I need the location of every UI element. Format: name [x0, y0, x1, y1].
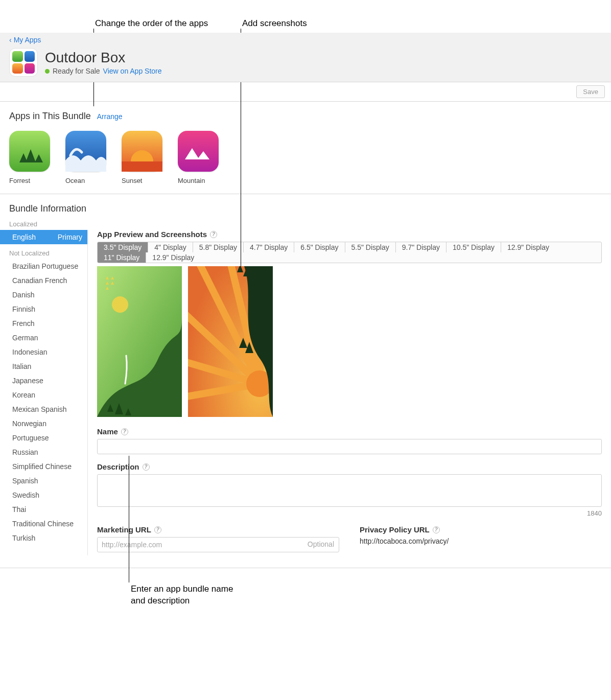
- bundle-composite-icon: [9, 48, 38, 77]
- bundle-app-sunset[interactable]: Sunset: [122, 131, 162, 184]
- annotation-reorder: Change the order of the apps: [95, 18, 208, 29]
- language-primary-badge: Primary: [58, 233, 82, 241]
- description-char-counter: 1840: [97, 509, 602, 517]
- display-size-tabs: 3.5" Display4" Display5.8" Display4.7" D…: [97, 242, 602, 263]
- language-item[interactable]: Canadian French: [0, 273, 87, 288]
- display-size-tab[interactable]: 9.7" Display: [396, 242, 447, 252]
- svg-rect-0: [9, 131, 50, 172]
- back-my-apps-link[interactable]: ‹ My Apps: [9, 33, 41, 48]
- display-size-tab[interactable]: 4.7" Display: [244, 242, 294, 252]
- bundle-app-ocean[interactable]: Ocean: [65, 131, 106, 184]
- language-item[interactable]: Finnish: [0, 302, 87, 316]
- app-icon-ocean: [65, 131, 106, 172]
- bundle-header-row: Outdoor Box Ready for Sale View on App S…: [9, 48, 602, 77]
- language-item[interactable]: Indonesian: [0, 345, 87, 359]
- status-text: Ready for Sale: [53, 67, 100, 75]
- help-icon[interactable]: ?: [433, 526, 440, 533]
- language-item[interactable]: Russian: [0, 445, 87, 459]
- name-input[interactable]: [97, 439, 602, 454]
- arrange-link[interactable]: Arrange: [97, 112, 123, 121]
- language-item[interactable]: Italian: [0, 359, 87, 374]
- screenshot-1[interactable]: [97, 266, 182, 417]
- language-item[interactable]: Spanish: [0, 474, 87, 488]
- bundle-app-mountain[interactable]: Mountain: [178, 131, 219, 184]
- bundle-info-body: English Primary Not Localized Brazilian …: [0, 230, 611, 555]
- app-icon-forrest: [9, 131, 50, 172]
- language-item[interactable]: Portuguese: [0, 431, 87, 445]
- annotation-addshots: Add screenshots: [242, 18, 307, 29]
- marketing-url-label: Marketing URL: [97, 525, 151, 534]
- mini-icon-mountain: [25, 63, 35, 74]
- language-sidebar: English Primary Not Localized Brazilian …: [0, 230, 88, 555]
- display-size-tab[interactable]: 5.5" Display: [345, 242, 396, 252]
- app-icon-mountain: [178, 131, 219, 172]
- header-band: ‹ My Apps Outdoor Box Ready for Sale Vie…: [0, 33, 611, 82]
- privacy-url-label: Privacy Policy URL: [360, 525, 430, 534]
- help-icon[interactable]: ?: [210, 231, 217, 238]
- mini-icon-sunset: [12, 63, 23, 74]
- app-label: Sunset: [122, 177, 162, 184]
- language-label: English: [12, 233, 36, 241]
- language-item[interactable]: Traditional Chinese: [0, 517, 87, 531]
- language-item[interactable]: Turkish: [0, 531, 87, 545]
- page-title: Outdoor Box: [45, 50, 162, 66]
- apps-section-title: Apps in This Bundle: [9, 111, 91, 122]
- display-size-tab[interactable]: 10.5" Display: [447, 242, 501, 252]
- language-list: Brazilian PortugueseCanadian FrenchDanis…: [0, 259, 87, 545]
- bundle-info-title: Bundle Information: [0, 194, 611, 217]
- svg-rect-5: [178, 131, 219, 172]
- description-textarea[interactable]: [97, 474, 602, 507]
- svg-point-7: [112, 296, 128, 313]
- display-size-tab[interactable]: 4" Display: [148, 242, 193, 252]
- privacy-url-value: http://tocaboca.com/privacy/: [360, 537, 602, 545]
- language-item[interactable]: Simplified Chinese: [0, 459, 87, 474]
- annotation-line-bundle-name: [129, 456, 129, 582]
- display-size-tab[interactable]: 12.9" Display: [146, 252, 200, 263]
- mini-icon-ocean: [25, 51, 35, 62]
- language-item[interactable]: German: [0, 331, 87, 345]
- language-item[interactable]: Norwegian: [0, 416, 87, 431]
- language-item[interactable]: Swedish: [0, 488, 87, 502]
- app-icon-sunset: [122, 131, 162, 172]
- svg-rect-4: [122, 161, 162, 172]
- app-label: Forrest: [9, 177, 50, 184]
- chevron-left-icon: ‹: [9, 36, 12, 44]
- display-size-tab[interactable]: 11" Display: [98, 252, 146, 263]
- marketing-url-input[interactable]: [97, 537, 339, 552]
- screenshot-2[interactable]: [188, 266, 273, 417]
- language-item[interactable]: French: [0, 316, 87, 331]
- preview-label: App Preview and Screenshots: [97, 230, 207, 239]
- save-bar: Save: [0, 82, 611, 102]
- description-label: Description: [97, 462, 139, 471]
- help-icon[interactable]: ?: [121, 428, 128, 435]
- optional-label: Optional: [308, 540, 334, 548]
- language-item[interactable]: Thai: [0, 502, 87, 517]
- language-item[interactable]: Japanese: [0, 374, 87, 388]
- apps-in-bundle-section: Apps in This Bundle Arrange Forrest Ocea…: [0, 102, 611, 194]
- language-item-english[interactable]: English Primary: [0, 230, 87, 244]
- display-size-tab[interactable]: 12.9" Display: [501, 242, 555, 252]
- language-item[interactable]: Mexican Spanish: [0, 402, 87, 416]
- bundle-form: App Preview and Screenshots ? 3.5" Displ…: [88, 230, 611, 555]
- display-size-tab[interactable]: 3.5" Display: [98, 242, 148, 252]
- language-item[interactable]: Danish: [0, 288, 87, 302]
- app-label: Mountain: [178, 177, 219, 184]
- screenshots-row[interactable]: [97, 266, 602, 417]
- bundle-app-forrest[interactable]: Forrest: [9, 131, 50, 184]
- language-item[interactable]: Brazilian Portuguese: [0, 259, 87, 273]
- language-item[interactable]: Korean: [0, 388, 87, 402]
- display-size-tab[interactable]: 6.5" Display: [294, 242, 345, 252]
- name-label: Name: [97, 427, 118, 436]
- annotation-enter-name: Enter an app bundle name and description: [131, 584, 611, 607]
- display-size-tab[interactable]: 5.8" Display: [193, 242, 244, 252]
- help-icon[interactable]: ?: [143, 463, 150, 471]
- not-localized-header: Not Localized: [0, 244, 87, 259]
- mini-icon-forrest: [12, 51, 23, 62]
- status-dot-icon: [45, 69, 50, 74]
- view-on-app-store-link[interactable]: View on App Store: [103, 67, 162, 75]
- save-button[interactable]: Save: [576, 85, 605, 98]
- app-label: Ocean: [65, 177, 106, 184]
- localized-header: Localized: [0, 217, 611, 230]
- help-icon[interactable]: ?: [154, 526, 161, 533]
- back-label: My Apps: [14, 36, 41, 44]
